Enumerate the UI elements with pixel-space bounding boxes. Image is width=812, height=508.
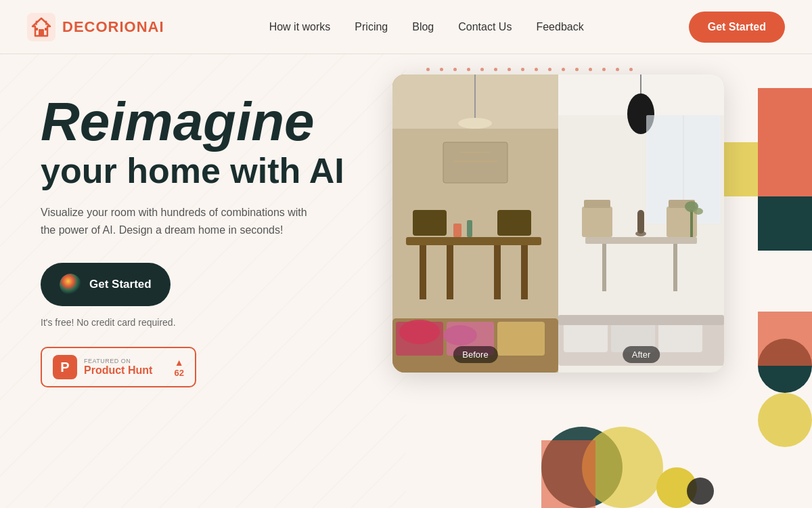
svg-rect-24 xyxy=(497,210,531,236)
svg-rect-0 xyxy=(27,13,55,41)
hero-image-area: // Generate dots document.addEventListen… xyxy=(372,54,812,508)
dot xyxy=(602,68,606,71)
svg-rect-3 xyxy=(45,28,47,30)
svg-rect-64 xyxy=(541,440,595,508)
nav-blog[interactable]: Blog xyxy=(412,21,434,33)
svg-rect-26 xyxy=(467,220,472,237)
dot xyxy=(589,68,592,71)
after-panel: After xyxy=(558,75,724,373)
svg-rect-41 xyxy=(673,244,677,291)
svg-point-10 xyxy=(60,274,81,295)
bottom-geometric-decoration xyxy=(541,373,812,508)
hero-title-sub: your home with AI xyxy=(41,152,372,190)
dot xyxy=(480,68,484,71)
dot xyxy=(616,68,619,71)
dot xyxy=(562,68,565,71)
nav-pricing[interactable]: Pricing xyxy=(355,21,388,33)
svg-point-13 xyxy=(458,118,492,129)
navbar: DECORIONAI How it works Pricing Blog Con… xyxy=(0,0,812,54)
svg-point-7 xyxy=(45,20,47,22)
svg-point-32 xyxy=(443,325,477,345)
product-hunt-badge[interactable]: P FEATURED ON Product Hunt ▲ 62 xyxy=(41,347,196,387)
svg-rect-43 xyxy=(584,200,610,208)
svg-rect-23 xyxy=(413,210,447,236)
free-text: It's free! No credit card required. xyxy=(41,317,372,328)
ph-name: Product Hunt xyxy=(84,364,152,376)
dot xyxy=(508,68,511,71)
svg-rect-51 xyxy=(658,322,702,352)
before-panel: Before xyxy=(392,75,558,373)
svg-rect-19 xyxy=(420,245,426,299)
svg-rect-2 xyxy=(35,28,38,30)
product-hunt-logo: P xyxy=(53,355,77,379)
svg-rect-25 xyxy=(453,224,461,237)
svg-rect-47 xyxy=(637,210,644,234)
logo[interactable]: DECORIONAI xyxy=(27,13,164,41)
ph-arrow-icon: ▲ xyxy=(175,357,184,368)
svg-rect-1 xyxy=(39,29,44,36)
dot xyxy=(426,68,430,71)
svg-point-55 xyxy=(694,208,703,215)
svg-rect-15 xyxy=(443,142,508,183)
svg-rect-18 xyxy=(406,237,541,245)
svg-point-66 xyxy=(687,478,714,505)
before-after-container: Before xyxy=(392,75,724,373)
ph-upvote: ▲ 62 xyxy=(175,357,184,378)
svg-rect-52 xyxy=(558,315,724,325)
logo-text: DECORIONAI xyxy=(62,18,164,36)
dot xyxy=(535,68,538,71)
svg-rect-22 xyxy=(521,245,528,299)
svg-rect-56 xyxy=(758,88,812,196)
before-label: Before xyxy=(453,346,497,363)
hero-description: Visualize your room with hundreds of com… xyxy=(41,204,325,238)
nav-how-it-works[interactable]: How it works xyxy=(269,21,331,33)
svg-rect-57 xyxy=(758,196,812,251)
hero-title-reimagine: Reimagine xyxy=(41,95,372,149)
svg-rect-61 xyxy=(758,312,812,366)
hero-section: Reimagine your home with AI Visualize yo… xyxy=(0,54,812,508)
hero-get-started-button[interactable]: Get Started xyxy=(41,263,171,306)
svg-rect-53 xyxy=(690,210,693,237)
nav-feedback[interactable]: Feedback xyxy=(536,21,583,33)
dot xyxy=(629,68,633,71)
dot xyxy=(467,68,470,71)
svg-rect-49 xyxy=(564,322,608,352)
hero-btn-icon xyxy=(60,274,81,295)
dot xyxy=(521,68,524,71)
svg-rect-21 xyxy=(494,245,501,299)
dot xyxy=(453,68,457,71)
svg-point-6 xyxy=(36,20,38,22)
dot xyxy=(494,68,497,71)
hero-btn-label: Get Started xyxy=(89,278,152,291)
product-hunt-text: FEATURED ON Product Hunt xyxy=(84,358,168,377)
dot xyxy=(440,68,443,71)
ph-count: 62 xyxy=(175,368,184,378)
svg-point-31 xyxy=(399,320,440,344)
logo-icon xyxy=(27,13,55,41)
svg-rect-39 xyxy=(585,237,697,244)
svg-rect-40 xyxy=(602,244,606,291)
nav-links: How it works Pricing Blog Contact Us Fee… xyxy=(269,21,584,33)
dot xyxy=(548,68,551,71)
nav-get-started-button[interactable]: Get Started xyxy=(689,12,785,43)
nav-contact[interactable]: Contact Us xyxy=(458,21,512,33)
svg-rect-20 xyxy=(447,245,453,299)
ph-featured-label: FEATURED ON xyxy=(84,358,168,364)
svg-rect-30 xyxy=(497,322,545,356)
after-label: After xyxy=(623,346,660,363)
svg-rect-42 xyxy=(582,207,612,237)
dot xyxy=(575,68,579,71)
after-room-image xyxy=(558,75,724,373)
before-room-image xyxy=(392,75,558,373)
hero-content: Reimagine your home with AI Visualize yo… xyxy=(0,54,372,508)
